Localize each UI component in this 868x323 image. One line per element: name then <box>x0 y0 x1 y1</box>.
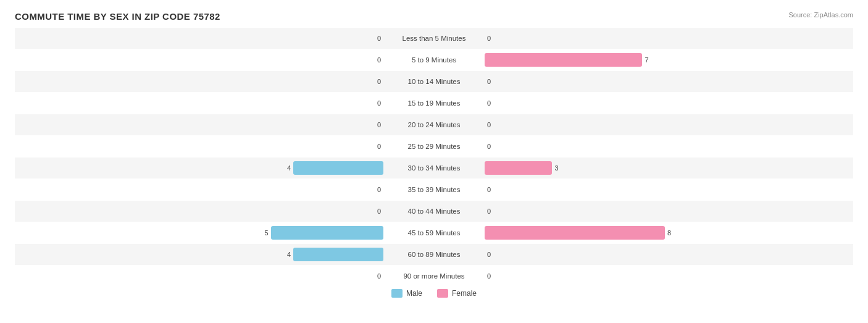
table-row: 0025 to 29 Minutes <box>15 136 853 157</box>
row-label: Less than 5 Minutes <box>383 35 485 42</box>
male-value: 4 <box>287 251 291 258</box>
female-bar <box>485 226 665 240</box>
legend-female: Female <box>437 289 477 298</box>
male-value: 0 <box>377 208 383 215</box>
female-value: 7 <box>645 56 648 64</box>
table-row: 0015 to 19 Minutes <box>15 93 853 114</box>
male-value: 0 <box>377 143 383 150</box>
row-label: 35 to 39 Minutes <box>383 186 485 193</box>
male-bar <box>293 161 383 175</box>
chart-title: COMMUTE TIME BY SEX IN ZIP CODE 75782 <box>15 11 853 22</box>
table-row: 075 to 9 Minutes <box>15 49 853 70</box>
source-label: Source: ZipAtlas.com <box>788 11 853 19</box>
female-value: 8 <box>667 229 671 237</box>
male-bar <box>293 248 383 261</box>
female-bar <box>485 53 642 67</box>
female-value: 0 <box>485 272 491 280</box>
row-label: 20 to 24 Minutes <box>383 121 485 128</box>
male-value: 5 <box>264 229 268 237</box>
male-label: Male <box>406 289 422 298</box>
male-value: 0 <box>377 186 383 193</box>
table-row: 0020 to 24 Minutes <box>15 114 853 135</box>
chart-area: 00Less than 5 Minutes075 to 9 Minutes001… <box>15 28 853 277</box>
female-value: 0 <box>485 186 491 193</box>
male-value: 0 <box>377 99 383 107</box>
female-label: Female <box>452 289 477 298</box>
table-row: 0040 to 44 Minutes <box>15 201 853 222</box>
row-label: 40 to 44 Minutes <box>383 208 485 215</box>
table-row: 0010 to 14 Minutes <box>15 71 853 92</box>
legend-male: Male <box>391 289 422 298</box>
male-value: 0 <box>377 272 383 280</box>
chart-container: COMMUTE TIME BY SEX IN ZIP CODE 75782 So… <box>0 0 868 323</box>
table-row: 00Less than 5 Minutes <box>15 28 853 49</box>
row-label: 10 to 14 Minutes <box>383 78 485 85</box>
row-label: 30 to 34 Minutes <box>383 164 485 172</box>
row-label: 25 to 29 Minutes <box>383 143 485 150</box>
legend-area: Male Female <box>15 289 853 298</box>
female-swatch <box>437 289 448 298</box>
female-value: 0 <box>485 78 491 85</box>
row-label: 60 to 89 Minutes <box>383 251 485 258</box>
male-value: 0 <box>377 35 383 42</box>
male-value: 0 <box>377 78 383 85</box>
table-row: 5845 to 59 Minutes <box>15 222 853 243</box>
male-value: 0 <box>377 121 383 128</box>
female-value: 0 <box>485 208 491 215</box>
female-bar <box>485 161 552 175</box>
female-value: 0 <box>485 251 491 258</box>
table-row: 0090 or more Minutes <box>15 266 853 287</box>
female-value: 0 <box>485 121 491 128</box>
row-label: 15 to 19 Minutes <box>383 99 485 107</box>
female-value: 0 <box>485 35 491 42</box>
row-label: 5 to 9 Minutes <box>383 56 485 64</box>
male-value: 0 <box>377 56 383 64</box>
row-label: 90 or more Minutes <box>383 272 485 280</box>
female-value: 3 <box>554 164 558 172</box>
row-label: 45 to 59 Minutes <box>383 229 485 237</box>
male-swatch <box>391 289 403 298</box>
male-value: 4 <box>287 164 291 172</box>
female-value: 0 <box>485 143 491 150</box>
table-row: 4060 to 89 Minutes <box>15 244 853 265</box>
female-value: 0 <box>485 99 491 107</box>
table-row: 0035 to 39 Minutes <box>15 179 853 200</box>
table-row: 4330 to 34 Minutes <box>15 157 853 178</box>
male-bar <box>271 226 383 240</box>
